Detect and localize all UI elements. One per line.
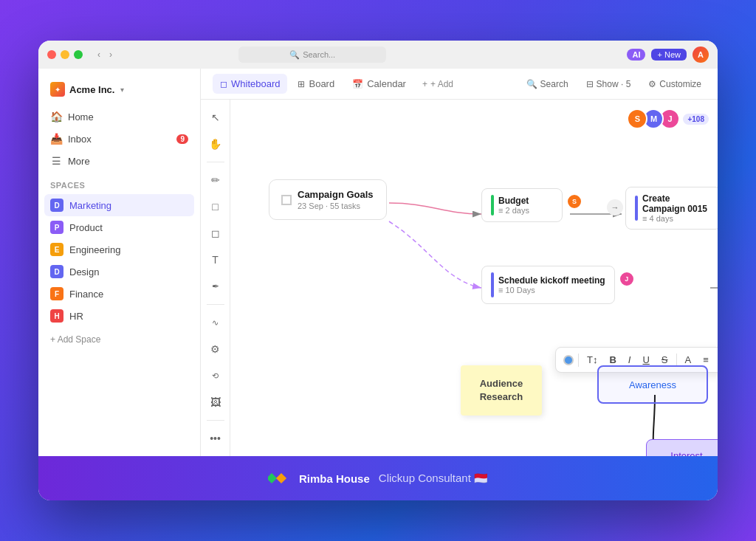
avatar-1: S <box>627 108 647 129</box>
schedule-meta: ≡ 10 Days <box>498 286 605 294</box>
search-bar[interactable]: 🔍 Search... <box>238 46 386 63</box>
brand-sub: Clickup Consultant 🇮🇩 <box>379 472 488 485</box>
show-button[interactable]: ⊟ Show · 5 <box>582 76 636 92</box>
sidebar-item-more[interactable]: ☰ More <box>44 150 194 172</box>
board-tab-icon: ⊞ <box>298 79 305 89</box>
close-button[interactable] <box>47 50 56 59</box>
list-button[interactable]: ☰ <box>717 352 718 368</box>
sticky-note[interactable]: Audience Research <box>461 365 542 416</box>
more-icon: ☰ <box>50 155 62 167</box>
hr-label: HR <box>69 311 83 322</box>
sidebar: ✦ Acme Inc. ▾ 🏠 Home 📥 Inbox 9 ☰ More <box>38 69 201 456</box>
app-window: ‹ › 🔍 Search... AI + New A ✦ Acme Inc. ▾… <box>38 41 718 500</box>
calendar-tab-icon: 📅 <box>352 79 363 89</box>
create-campaign-meta: ≡ 4 days <box>642 214 712 223</box>
traffic-lights <box>47 50 83 59</box>
add-space-label: + Add Space <box>50 334 100 345</box>
sticky-note-text: Audience Research <box>480 378 523 402</box>
toolbar-divider-2 <box>676 354 677 367</box>
search-placeholder: Search... <box>303 50 335 59</box>
interest-label: Interest <box>670 450 702 457</box>
brand-name: Rimba House <box>299 472 370 485</box>
marketing-label: Marketing <box>69 200 111 211</box>
select-tool[interactable]: ↖ <box>204 106 227 129</box>
budget-node[interactable]: Budget ≡ 2 days S <box>481 188 563 222</box>
pen-tool[interactable]: ✏ <box>204 168 227 192</box>
sidebar-item-marketing[interactable]: D Marketing <box>44 194 194 216</box>
rimba-logo <box>268 471 290 486</box>
toolbar-divider-1 <box>207 162 224 162</box>
avatar-count: +108 <box>683 114 709 125</box>
tab-add-icon: + <box>422 79 427 89</box>
customize-button[interactable]: ⚙ Customize <box>644 76 706 92</box>
spaces-label: Spaces <box>38 172 200 194</box>
marketing-icon: D <box>50 199 63 212</box>
workspace-name: Acme Inc. <box>69 84 114 95</box>
tab-add-button[interactable]: + + Add <box>416 76 459 92</box>
product-icon: P <box>50 221 63 234</box>
inbox-label: Inbox <box>68 134 92 145</box>
product-label: Product <box>69 222 103 233</box>
home-label: Home <box>68 111 94 123</box>
tab-calendar[interactable]: 📅 Calendar <box>345 74 413 94</box>
title-nav: ‹ › <box>94 48 115 61</box>
sidebar-item-design[interactable]: D Design <box>44 261 194 283</box>
create-campaign-node[interactable]: Create Campaign 0015 ≡ 4 days A <box>625 187 718 230</box>
workspace-chevron-icon: ▾ <box>120 86 124 94</box>
title-right: AI + New A <box>627 46 709 63</box>
design-label: Design <box>69 266 99 278</box>
add-space-button[interactable]: + Add Space <box>38 330 200 349</box>
home-icon: 🏠 <box>50 111 62 123</box>
new-button[interactable]: + New <box>651 49 687 61</box>
workspace-header[interactable]: ✦ Acme Inc. ▾ <box>38 77 200 106</box>
avatars-group: S M J +108 <box>627 108 709 129</box>
sidebar-item-home[interactable]: 🏠 Home <box>44 106 194 128</box>
whiteboard-canvas[interactable]: S M J +108 <box>230 100 718 456</box>
maximize-button[interactable] <box>74 50 83 59</box>
sidebar-item-inbox[interactable]: 📥 Inbox 9 <box>44 128 194 150</box>
goals-radio <box>281 195 292 205</box>
schedule-avatar: J <box>619 271 635 287</box>
image-tool[interactable]: 🖼 <box>204 390 227 414</box>
toolbar-divider-2 <box>207 304 224 305</box>
minimize-button[interactable] <box>61 50 69 59</box>
sidebar-item-product[interactable]: P Product <box>44 216 194 238</box>
bottom-bar: Rimba House Clickup Consultant 🇮🇩 <box>38 456 718 500</box>
ai-badge[interactable]: AI <box>627 49 645 61</box>
note-tool[interactable]: ◻ <box>204 221 227 245</box>
connector-tool[interactable]: ∿ <box>204 311 227 334</box>
awareness-node[interactable]: Awareness <box>597 365 708 404</box>
canvas-area: ↖ ✋ ✏ □ ◻ T ✒ ∿ ⚙ ⟲ 🖼 ••• <box>201 100 718 456</box>
draw-tool[interactable]: ✒ <box>204 275 227 298</box>
toolbar-divider-3 <box>207 420 224 421</box>
interest-node[interactable]: Interest <box>646 439 718 456</box>
sidebar-item-engineering[interactable]: E Engineering <box>44 238 194 261</box>
finance-icon: F <box>50 287 63 300</box>
tab-right-actions: 🔍 Search ⊟ Show · 5 ⚙ Customize <box>522 76 706 92</box>
tab-whiteboard[interactable]: ◻ Whiteboard <box>213 74 287 94</box>
shape-tool[interactable]: □ <box>204 195 227 218</box>
sidebar-item-hr[interactable]: H HR <box>44 305 194 327</box>
text-tool[interactable]: T <box>204 248 227 272</box>
campaign-status-bar <box>635 196 638 221</box>
design-icon: D <box>50 265 63 278</box>
sidebar-item-finance[interactable]: F Finance <box>44 283 194 305</box>
tab-board[interactable]: ⊞ Board <box>290 74 342 94</box>
color-picker[interactable] <box>563 355 574 365</box>
schedule-kickoff-node[interactable]: Schedule kickoff meeting ≡ 10 Days J <box>481 266 615 304</box>
hand-tool[interactable]: ✋ <box>204 132 227 156</box>
title-bar: ‹ › 🔍 Search... AI + New A <box>38 41 718 69</box>
nav-back[interactable]: ‹ <box>94 48 103 61</box>
user-avatar[interactable]: A <box>693 46 709 63</box>
more-tool[interactable]: ••• <box>204 427 227 450</box>
board-tab-label: Board <box>309 78 334 89</box>
search-button[interactable]: 🔍 Search <box>522 76 573 92</box>
budget-title: Budget <box>498 196 529 206</box>
settings-tool[interactable]: ⚙ <box>204 337 227 361</box>
main-content: ◻ Whiteboard ⊞ Board 📅 Calendar + + Add <box>201 69 718 456</box>
template-tool[interactable]: ⟲ <box>204 364 227 387</box>
font-size-button[interactable]: T↕ <box>583 352 601 368</box>
nav-forward[interactable]: › <box>106 48 115 61</box>
campaign-goals-node[interactable]: Campaign Goals 23 Sep · 55 tasks <box>269 179 387 220</box>
awareness-label: Awareness <box>629 379 676 390</box>
